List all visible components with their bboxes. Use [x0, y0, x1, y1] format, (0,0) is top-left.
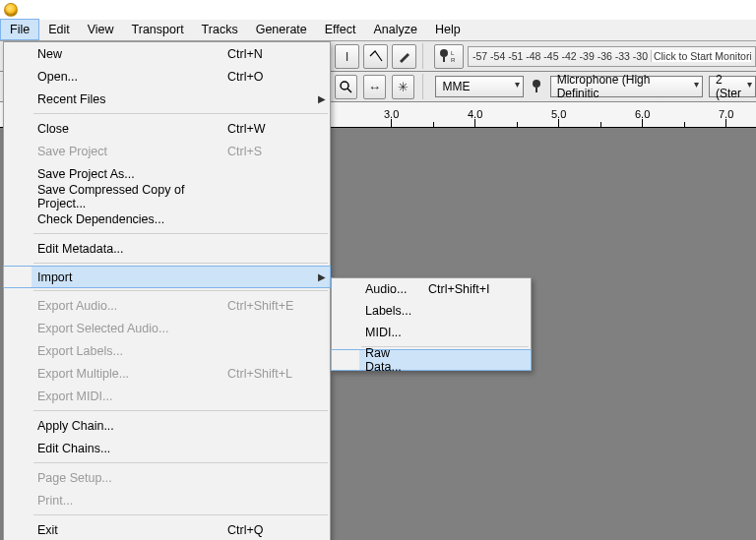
menu-gutter — [4, 117, 32, 140]
tool-timeshift[interactable]: ↔ — [363, 75, 386, 99]
import-submenu-item-raw-data[interactable]: Raw Data... — [331, 349, 532, 371]
file-menu-item-open[interactable]: Open...Ctrl+O — [4, 65, 330, 88]
mic-meter-button[interactable]: LR — [434, 44, 464, 69]
import-submenu-item-labels[interactable]: Labels... — [332, 300, 531, 322]
file-menu-item-apply-chain[interactable]: Apply Chain... — [4, 414, 330, 437]
separator — [422, 74, 428, 99]
app-icon — [4, 3, 18, 17]
menu-gutter — [4, 237, 32, 260]
menu-item-shortcut: Ctrl+S — [227, 145, 314, 158]
titlebar — [0, 0, 756, 20]
menu-gutter — [332, 350, 359, 370]
menu-item-label: Labels... — [359, 304, 428, 318]
file-menu-item-recent-files[interactable]: Recent Files▶ — [4, 88, 330, 110]
file-menu-item-export-labels: Export Labels... — [4, 339, 330, 362]
file-menu-item-edit-chains[interactable]: Edit Chains... — [4, 437, 330, 459]
menu-item-label: Export Audio... — [32, 299, 227, 313]
menu-item-label: Check Dependencies... — [32, 212, 227, 226]
tool-ibeam[interactable]: I — [335, 44, 359, 69]
microphone-icon: LR — [438, 47, 460, 65]
file-menu-item-save-project: Save ProjectCtrl+S — [4, 140, 330, 162]
magnifier-icon — [339, 80, 352, 93]
file-menu-item-export-midi: Export MIDI... — [4, 385, 330, 407]
menu-gutter — [4, 208, 32, 230]
file-menu-separator — [33, 233, 328, 234]
file-menu-item-new[interactable]: NewCtrl+N — [4, 42, 330, 65]
import-submenu-item-midi[interactable]: MIDI... — [332, 322, 531, 343]
menu-item-label: Save Project As... — [32, 167, 227, 181]
menu-edit[interactable]: Edit — [39, 20, 79, 40]
pencil-icon — [398, 49, 411, 63]
file-menu-separator — [33, 514, 328, 515]
submenu-arrow-icon: ▶ — [314, 93, 330, 104]
menu-file[interactable]: File — [0, 19, 39, 40]
tool-draw[interactable] — [392, 44, 416, 69]
menu-item-label: Apply Chain... — [32, 419, 227, 433]
menu-view[interactable]: View — [79, 20, 123, 40]
file-menu-item-export-audio: Export Audio...Ctrl+Shift+E — [4, 294, 330, 317]
submenu-arrow-icon: ▶ — [314, 271, 330, 282]
meter-db-labels: -57 -54 -51 -48 -45 -42 -39 -36 -33 -30 … — [472, 50, 751, 62]
file-menu-item-exit[interactable]: ExitCtrl+Q — [4, 518, 330, 540]
input-channels-select[interactable]: 2 (Ster — [709, 76, 756, 97]
menu-item-label: Save Compressed Copy of Project... — [32, 183, 227, 210]
menu-item-label: Edit Metadata... — [32, 242, 227, 256]
import-submenu: Audio...Ctrl+Shift+ILabels...MIDI...Raw … — [331, 277, 532, 371]
menu-gutter — [4, 267, 32, 287]
file-menu-item-close[interactable]: CloseCtrl+W — [4, 117, 330, 140]
svg-text:L: L — [451, 50, 455, 56]
file-menu-item-check-dependencies[interactable]: Check Dependencies... — [4, 208, 330, 230]
input-device-select[interactable]: Microphone (High Definitic — [550, 76, 703, 97]
menu-gutter — [4, 294, 32, 317]
menu-gutter — [332, 300, 359, 322]
menu-transport[interactable]: Transport — [123, 20, 193, 40]
menu-item-label: Page Setup... — [32, 471, 227, 485]
menu-generate[interactable]: Generate — [247, 20, 316, 40]
tool-envelope[interactable] — [363, 44, 388, 69]
tool-zoom[interactable] — [335, 75, 357, 99]
tool-multi[interactable]: ✳ — [392, 75, 414, 99]
menu-gutter — [332, 322, 359, 343]
record-meter[interactable]: -57 -54 -51 -48 -45 -42 -39 -36 -33 -30 … — [468, 46, 756, 67]
menu-item-shortcut: Ctrl+W — [227, 122, 314, 136]
menu-item-label: Recent Files — [32, 92, 227, 106]
svg-point-6 — [533, 80, 540, 88]
menu-gutter — [4, 518, 32, 540]
menu-item-label: Import — [32, 270, 227, 284]
menu-item-shortcut: Ctrl+Shift+L — [227, 367, 314, 381]
menu-gutter — [4, 339, 32, 362]
menu-item-shortcut: Ctrl+Shift+I — [428, 282, 515, 296]
svg-point-0 — [440, 49, 448, 57]
menu-item-label: MIDI... — [359, 326, 428, 339]
svg-text:R: R — [451, 57, 456, 63]
menu-analyze[interactable]: Analyze — [365, 20, 426, 40]
menu-item-label: Export Selected Audio... — [32, 322, 227, 335]
svg-rect-7 — [536, 88, 537, 92]
menu-gutter — [4, 185, 32, 208]
import-submenu-item-audio[interactable]: Audio...Ctrl+Shift+I — [332, 278, 531, 300]
menu-item-shortcut: Ctrl+O — [227, 70, 314, 84]
menu-effect[interactable]: Effect — [316, 20, 365, 40]
menu-tracks[interactable]: Tracks — [193, 20, 247, 40]
menu-gutter — [332, 278, 359, 300]
menu-item-label: Print... — [32, 494, 227, 508]
file-menu-item-edit-metadata[interactable]: Edit Metadata... — [4, 237, 330, 260]
menu-item-label: Open... — [32, 70, 227, 84]
file-menu-item-page-setup: Page Setup... — [4, 466, 330, 489]
menu-help[interactable]: Help — [426, 20, 470, 40]
menu-item-label: Raw Data... — [359, 346, 428, 374]
file-menu-separator — [33, 462, 328, 463]
audio-host-select[interactable]: MME — [435, 76, 524, 97]
file-menu-item-export-selected-audio: Export Selected Audio... — [4, 317, 330, 339]
menu-item-label: Close — [32, 122, 227, 136]
file-menu-item-save-compressed-copy-of-project[interactable]: Save Compressed Copy of Project... — [4, 185, 330, 208]
menu-item-label: Exit — [32, 523, 227, 537]
menu-gutter — [4, 489, 32, 511]
workarea: I LR -57 -54 -51 -48 -45 -42 -39 -36 -33… — [0, 41, 756, 540]
file-menu-item-import[interactable]: Import▶ — [3, 266, 331, 288]
file-menu-item-export-multiple: Export Multiple...Ctrl+Shift+L — [4, 362, 330, 385]
menu-gutter — [4, 65, 32, 88]
menu-gutter — [4, 42, 32, 65]
file-menu-separator — [33, 410, 328, 411]
envelope-icon — [369, 49, 383, 63]
